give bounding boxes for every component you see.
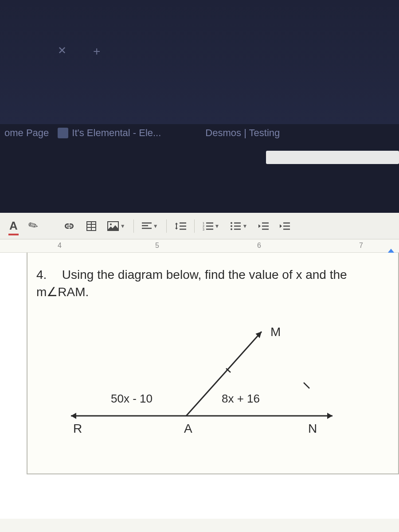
ruler[interactable]: 4 5 6 7 (0, 239, 399, 253)
line-spacing-icon (175, 222, 186, 231)
align-button[interactable]: ▼ (139, 220, 161, 232)
numbered-list-icon: 1 2 3 (203, 222, 213, 231)
geometry-diagram: R A M N 50x - 10 8x + 16 (36, 314, 389, 447)
numbered-list-button[interactable]: 1 2 3 ▼ (200, 220, 223, 232)
bookmark-home-page[interactable]: ome Page (4, 127, 49, 139)
chevron-down-icon: ▼ (242, 223, 247, 229)
svg-point-18 (231, 222, 232, 224)
toolbar-separator (194, 219, 195, 233)
svg-line-33 (304, 383, 309, 388)
svg-point-19 (231, 225, 232, 227)
chevron-down-icon: ▼ (215, 223, 220, 229)
angle-left-label: 50x - 10 (111, 392, 153, 405)
bookmark-desmos[interactable]: Desmos | Testing (205, 127, 280, 139)
bookmark-label: ome Page (4, 127, 49, 139)
line-spacing-button[interactable] (172, 220, 189, 232)
question-number: 4. (36, 266, 59, 283)
toolbar-separator (133, 219, 134, 233)
angle-right-label: 8x + 16 (222, 392, 260, 405)
chevron-down-icon: ▼ (120, 223, 125, 229)
question-text: 4. Using the diagram below, find the val… (36, 266, 389, 301)
bookmarks-bar: ome Page It's Elemental - Ele... Desmos … (0, 120, 399, 146)
svg-text:3: 3 (203, 228, 204, 231)
ruler-mark: 6 (257, 242, 261, 250)
address-bar[interactable] (266, 151, 399, 164)
svg-text:2: 2 (203, 225, 204, 228)
decrease-indent-icon (258, 222, 269, 231)
favicon-icon (58, 128, 68, 138)
point-m-label: M (270, 325, 281, 339)
document-area: A ✎ ▼ (0, 213, 399, 532)
bullet-list-icon (230, 222, 241, 231)
ruler-mark: 5 (155, 242, 159, 250)
ruler-mark: 4 (58, 242, 62, 250)
align-icon (142, 222, 152, 230)
svg-point-20 (231, 228, 232, 230)
ruler-mark: 7 (359, 242, 363, 250)
question-body: Using the diagram below, find the value … (36, 268, 347, 299)
toolbar-separator (166, 219, 167, 233)
close-tab-icon[interactable]: ✕ (58, 44, 66, 59)
insert-table-button[interactable] (83, 219, 99, 233)
point-n-label: N (308, 422, 317, 435)
bookmark-label: Desmos | Testing (205, 127, 280, 139)
document-page[interactable]: 4. Using the diagram below, find the val… (0, 253, 399, 519)
image-icon (107, 221, 119, 231)
svg-text:1: 1 (203, 222, 204, 225)
point-a-label: A (184, 422, 192, 435)
bookmark-elemental[interactable]: It's Elemental - Ele... (58, 127, 161, 139)
highlighter-button[interactable]: ✎ (26, 217, 41, 235)
text-color-swatch (8, 234, 19, 235)
table-cell[interactable]: 4. Using the diagram below, find the val… (27, 253, 399, 474)
increase-indent-button[interactable] (277, 220, 293, 232)
text-color-button[interactable]: A (7, 217, 20, 235)
link-icon (63, 222, 75, 231)
insert-image-button[interactable]: ▼ (105, 219, 128, 233)
chevron-down-icon: ▼ (153, 223, 158, 229)
decrease-indent-button[interactable] (255, 220, 271, 232)
diagram-svg: R A M N 50x - 10 8x + 16 (36, 314, 389, 447)
table-icon (86, 221, 97, 231)
svg-point-5 (110, 223, 112, 225)
bullet-list-button[interactable]: ▼ (227, 220, 250, 232)
point-r-label: R (73, 422, 82, 435)
bookmark-label: It's Elemental - Ele... (72, 127, 161, 139)
formatting-toolbar: A ✎ ▼ (0, 213, 399, 239)
highlighter-icon: ✎ (26, 218, 41, 235)
new-tab-icon[interactable]: + (93, 44, 100, 59)
insert-link-button[interactable] (60, 220, 78, 232)
increase-indent-icon (279, 222, 290, 231)
